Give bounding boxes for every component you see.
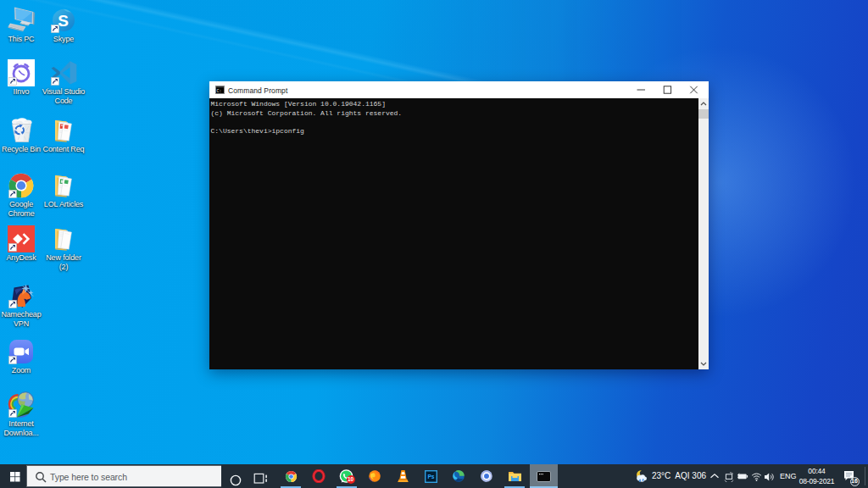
svg-text:C:: C: — [217, 89, 222, 94]
svg-text:Ps: Ps — [427, 474, 434, 480]
svg-text:S: S — [58, 12, 69, 30]
